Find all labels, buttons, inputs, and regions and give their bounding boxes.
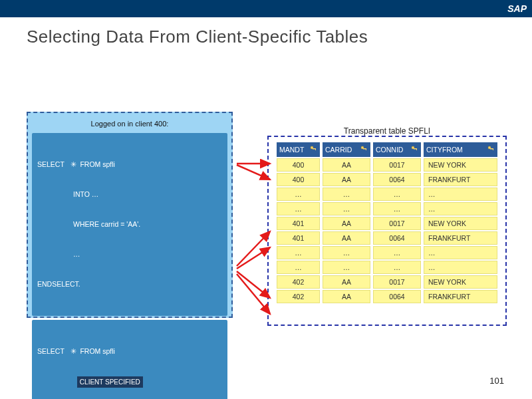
- table-cell: FRANKFURT: [424, 231, 497, 245]
- col-cityfrom: CITYFROM: [424, 142, 497, 157]
- table-cell: …: [373, 261, 421, 274]
- page-number: 101: [489, 376, 504, 386]
- table-cell: FRANKFURT: [424, 173, 497, 186]
- table-row: …………: [277, 188, 497, 201]
- svg-line-15: [237, 247, 270, 269]
- table-row: …………: [277, 202, 497, 215]
- col-carrid: CARRID: [323, 142, 370, 157]
- asterisk-icon: [68, 347, 78, 355]
- table-cell: AA: [323, 290, 370, 303]
- table-cell: …: [277, 188, 320, 201]
- table-row: 401AA0017NEW YORK: [277, 217, 497, 230]
- table-cell: …: [373, 188, 421, 201]
- svg-line-17: [237, 274, 270, 314]
- table-cell: …: [424, 188, 497, 201]
- table-cell: 402: [277, 275, 320, 289]
- svg-rect-8: [416, 148, 417, 150]
- table-cell: AA: [323, 158, 370, 172]
- col-mandt: MANDT: [277, 142, 320, 157]
- code-panel: Logged on in client 400: SELECT FROM spf…: [27, 112, 233, 318]
- table-cell: 0064: [373, 290, 421, 303]
- table-cell: NEW YORK: [424, 275, 497, 289]
- code-line: WHERE carrid = 'AA'.: [37, 219, 222, 229]
- svg-line-14: [237, 231, 270, 266]
- table-cell: AA: [323, 275, 370, 289]
- table-cell: 0017: [373, 158, 421, 172]
- table-cell: …: [277, 246, 320, 259]
- panel-caption: Logged on in client 400:: [32, 116, 227, 133]
- svg-line-16: [237, 271, 270, 298]
- table-title: Transparent table SPFLI: [267, 126, 507, 136]
- table-cell: …: [323, 246, 370, 259]
- table-cell: AA: [323, 217, 370, 230]
- table-cell: AA: [323, 231, 370, 245]
- client-specified-badge: CLIENT SPECIFIED: [77, 376, 143, 388]
- asterisk-icon: [68, 160, 78, 168]
- table-cell: 401: [277, 217, 320, 230]
- db-table: MANDT CARRID CONNID CITYFROM 400AA0017NE…: [274, 141, 500, 305]
- table-cell: …: [323, 202, 370, 215]
- table-cell: 400: [277, 173, 320, 186]
- code-block-2: SELECT FROM spfli CLIENT SPECIFIED INTO …: [32, 320, 227, 399]
- code-line: SELECT FROM spfli: [37, 346, 222, 356]
- table-cell: 0017: [373, 275, 421, 289]
- table-cell: 0064: [373, 231, 421, 245]
- table-cell: NEW YORK: [424, 158, 497, 172]
- table-cell: FRANKFURT: [424, 290, 497, 303]
- table-cell: …: [424, 261, 497, 274]
- table-row: 400AA0064FRANKFURT: [277, 173, 497, 186]
- table-row: 402AA0064FRANKFURT: [277, 290, 497, 303]
- code-line: ENDSELECT.: [37, 279, 222, 289]
- code-line: CLIENT SPECIFIED: [37, 376, 222, 388]
- svg-line-13: [237, 165, 270, 180]
- svg-rect-5: [366, 148, 366, 150]
- table-row: 400AA0017NEW YORK: [277, 158, 497, 172]
- table-cell: 0064: [373, 173, 421, 186]
- table-row: 401AA0064FRANKFURT: [277, 231, 497, 245]
- code-line: SELECT FROM spfli: [37, 160, 222, 170]
- key-icon: [410, 145, 418, 153]
- svg-rect-11: [493, 148, 493, 150]
- col-connid: CONNID: [373, 142, 421, 157]
- code-line: INTO …: [37, 190, 222, 200]
- table-row: …………: [277, 261, 497, 274]
- table-cell: …: [373, 246, 421, 259]
- table-cell: 402: [277, 290, 320, 303]
- db-table-wrap: MANDT CARRID CONNID CITYFROM 400AA0017NE…: [267, 136, 507, 326]
- table-row: …………: [277, 246, 497, 259]
- table-cell: AA: [323, 173, 370, 186]
- table-cell: …: [323, 188, 370, 201]
- table-cell: …: [277, 202, 320, 215]
- table-cell: 400: [277, 158, 320, 172]
- code-line: …: [37, 249, 222, 259]
- svg-rect-2: [315, 148, 316, 150]
- table-row: 402AA0017NEW YORK: [277, 275, 497, 289]
- page-title: Selecting Data From Client-Specific Tabl…: [27, 27, 368, 47]
- sap-logo: SAP: [507, 3, 527, 14]
- key-icon: [360, 145, 368, 153]
- code-block-1: SELECT FROM spfli INTO … WHERE carrid = …: [32, 133, 227, 316]
- table-cell: 0017: [373, 217, 421, 230]
- title-bar: SAP: [0, 0, 532, 17]
- table-cell: …: [424, 202, 497, 215]
- table-cell: …: [424, 246, 497, 259]
- table-cell: 401: [277, 231, 320, 245]
- table-cell: …: [323, 261, 370, 274]
- table-cell: …: [373, 202, 421, 215]
- key-icon: [487, 145, 495, 153]
- table-cell: NEW YORK: [424, 217, 497, 230]
- table-cell: …: [277, 261, 320, 274]
- key-icon: [309, 145, 317, 153]
